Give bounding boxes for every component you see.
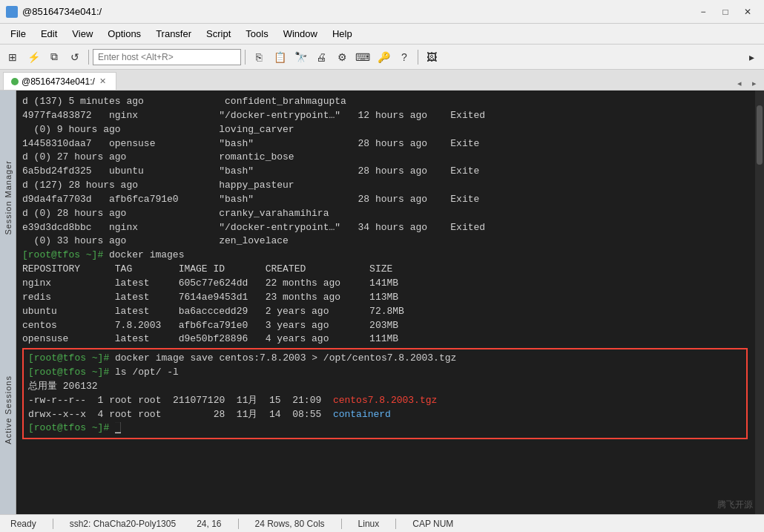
terminal-line: 4977fa483872 nginx "/docker-entrypoint…"… [22, 109, 758, 123]
terminal-line: nginx latest 605c77e624dd 22 months ago … [22, 277, 758, 291]
terminal-line: d9da4fa7703d afb6fca791e0 "bash" 28 hour… [22, 193, 758, 207]
menu-help[interactable]: Help [325, 26, 360, 42]
menu-edit[interactable]: Edit [33, 26, 65, 42]
tab-session[interactable]: @85164734e041:/ ✕ [3, 72, 116, 90]
menu-view[interactable]: View [65, 26, 100, 42]
tab-navigation: ◂ ▸ [733, 76, 761, 90]
terminal-line: d (127) 28 hours ago happy_pasteur [22, 179, 758, 193]
terminal-container[interactable]: d (137) 5 minutes ago confident_brahmagu… [16, 91, 764, 514]
terminal-line: d (137) 5 minutes ago confident_brahmagu… [22, 95, 758, 109]
minimize-button[interactable]: − [693, 4, 714, 20]
terminal-line: [root@tfos ~]# docker image save centos:… [28, 352, 742, 366]
status-bar: Ready ssh2: ChaCha20-Poly1305 24, 16 24 … [0, 514, 764, 532]
terminal-line: -rw-r--r-- 1 root root 211077120 11月 15 … [28, 394, 742, 408]
maximize-button[interactable]: □ [715, 4, 736, 20]
terminal-line: [root@tfos ~]# ls /opt/ -l [28, 366, 742, 380]
tab-label: @85164734e041:/ [22, 76, 95, 87]
terminal-line: d (0) 27 hours ago romantic_bose [22, 151, 758, 165]
scrollbar-thumb[interactable] [757, 105, 763, 165]
status-pos: 24, 16 [192, 519, 225, 529]
toolbar-print-btn[interactable]: 🖨 [312, 47, 331, 67]
toolbar-paste-btn[interactable]: 📋 [270, 47, 289, 67]
terminal[interactable]: d (137) 5 minutes ago confident_brahmagu… [16, 91, 764, 514]
menu-tools[interactable]: Tools [238, 26, 275, 42]
toolbar-help-btn[interactable]: ? [395, 47, 414, 67]
highlighted-section: [root@tfos ~]# docker image save centos:… [22, 348, 748, 439]
main-area: Session Manager Active Sessions d (137) … [0, 91, 764, 514]
tab-close-btn[interactable]: ✕ [98, 76, 108, 87]
title-bar: @85164734e041:/ − □ ✕ [0, 0, 764, 24]
terminal-line: opensuse latest d9e50bf28896 4 years ago… [22, 332, 758, 347]
sidebar-label-session-manager[interactable]: Session Manager [2, 153, 14, 243]
toolbar-keyboard-btn[interactable]: ⌨ [353, 47, 372, 67]
host-input[interactable] [93, 49, 241, 65]
terminal-line: [root@tfos ~]# █ [28, 421, 742, 436]
terminal-line: [root@tfos ~]# docker images [22, 249, 758, 263]
tab-next-btn[interactable]: ▸ [748, 76, 761, 90]
toolbar-panes-btn[interactable]: ⊞ [3, 47, 22, 67]
toolbar-overflow-btn[interactable]: ▸ [742, 47, 761, 67]
window-title: @85164734e041:/ [22, 6, 693, 17]
app-icon [6, 6, 18, 18]
toolbar-settings-btn[interactable]: ⚙ [332, 47, 352, 67]
menu-transfer[interactable]: Transfer [148, 26, 199, 42]
toolbar-binoculars-btn[interactable]: 🔭 [291, 47, 310, 67]
status-divider-4 [395, 519, 396, 529]
toolbar-key-btn[interactable]: 🔑 [374, 47, 393, 67]
tab-bar: @85164734e041:/ ✕ ◂ ▸ [0, 70, 764, 91]
toolbar: ⊞ ⚡ ⧉ ↺ ⎘ 📋 🔭 🖨 ⚙ ⌨ 🔑 ? 🖼 ▸ [0, 45, 764, 70]
watermark: 腾飞开源 [717, 499, 753, 511]
status-cap-num: CAP NUM [408, 519, 458, 529]
sidebar: Session Manager Active Sessions [0, 91, 16, 514]
terminal-line: REPOSITORY TAG IMAGE ID CREATED SIZE [22, 263, 758, 277]
toolbar-divider-3 [418, 50, 418, 65]
terminal-line: redis latest 7614ae9453d1 23 months ago … [22, 291, 758, 305]
toolbar-divider-1 [88, 50, 89, 65]
toolbar-lightning-btn[interactable]: ⚡ [24, 47, 43, 67]
terminal-line: 总用量 206132 [28, 380, 742, 394]
terminal-line: centos 7.8.2003 afb6fca791e0 3 years ago… [22, 319, 758, 333]
status-divider-2 [238, 519, 239, 529]
terminal-line: drwx--x--x 4 root root 28 11月 14 08:55 c… [28, 408, 742, 422]
status-ssh: ssh2: ChaCha20-Poly1305 [65, 519, 180, 529]
status-divider-3 [341, 519, 342, 529]
tab-prev-btn[interactable]: ◂ [733, 76, 746, 90]
menu-file[interactable]: File [3, 26, 33, 42]
terminal-line: e39d3dcd8bbc nginx "/docker-entrypoint…"… [22, 221, 758, 235]
tab-status-dot [11, 78, 19, 85]
close-button[interactable]: ✕ [737, 4, 758, 20]
menu-options[interactable]: Options [100, 26, 148, 42]
sidebar-label-active-sessions[interactable]: Active Sessions [2, 368, 14, 452]
status-rows-cols: 24 Rows, 80 Cols [251, 519, 329, 529]
terminal-line: ubuntu latest ba6acccedd29 2 years ago 7… [22, 305, 758, 319]
menu-script[interactable]: Script [199, 26, 238, 42]
toolbar-copy-btn[interactable]: ⎘ [249, 47, 269, 67]
terminal-line: d (0) 28 hours ago cranky_varahamihira [22, 207, 758, 221]
terminal-line: (0) 33 hours ago zen_lovelace [22, 234, 758, 249]
terminal-line: 14458310daa7 opensuse "bash" 28 hours ag… [22, 137, 758, 151]
status-ready: Ready [6, 519, 41, 529]
menu-window[interactable]: Window [276, 26, 325, 42]
toolbar-reconnect-btn[interactable]: ↺ [65, 47, 85, 67]
status-divider-1 [53, 519, 53, 529]
terminal-line: (0) 9 hours ago loving_carver [22, 123, 758, 137]
window-controls: − □ ✕ [693, 4, 758, 20]
toolbar-thumbnail-btn[interactable]: 🖼 [422, 47, 441, 67]
toolbar-duplicate-btn[interactable]: ⧉ [45, 47, 64, 67]
status-os: Linux [354, 519, 384, 529]
menu-bar: File Edit View Options Transfer Script T… [0, 24, 764, 45]
terminal-line: 6a5bd24fd325 ubuntu "bash" 28 hours ago … [22, 165, 758, 179]
scrollbar[interactable] [755, 91, 764, 514]
toolbar-divider-2 [245, 50, 246, 65]
